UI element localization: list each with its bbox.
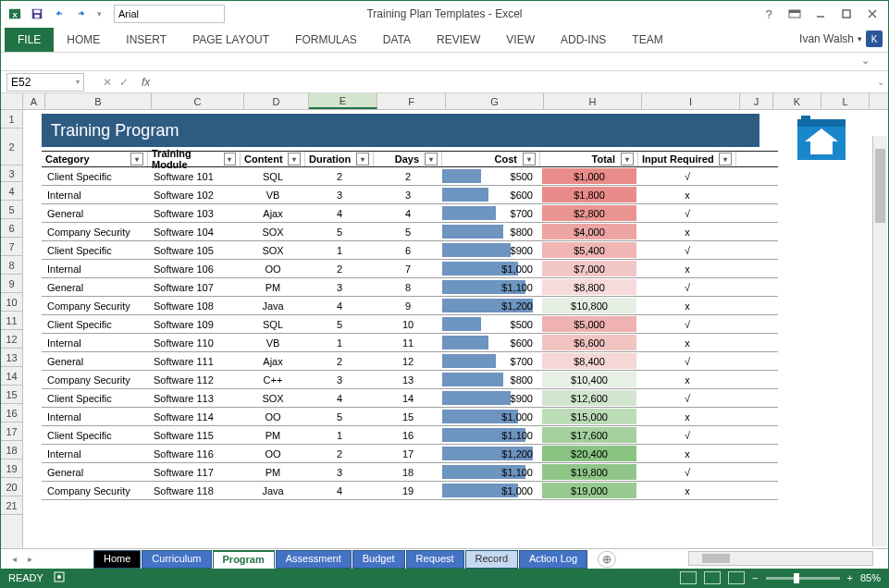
cell[interactable]: √ bbox=[638, 463, 736, 481]
cell[interactable]: 5 bbox=[305, 223, 374, 240]
table-row[interactable]: Client SpecificSoftware 105SOX16$900$5,4… bbox=[42, 241, 778, 260]
cell[interactable]: Software 113 bbox=[148, 389, 241, 407]
enter-formula-icon[interactable]: ✓ bbox=[119, 76, 129, 89]
row-header-15[interactable]: 15 bbox=[1, 386, 22, 404]
cell[interactable]: 9 bbox=[374, 297, 442, 314]
filter-dropdown-training-module[interactable]: ▾ bbox=[224, 153, 236, 165]
home-icon[interactable] bbox=[794, 114, 849, 164]
qat-customize-icon[interactable]: ▾ bbox=[93, 4, 105, 24]
row-header-2[interactable]: 2 bbox=[1, 129, 22, 165]
cells-area[interactable]: Training Program Category▾Training Modul… bbox=[23, 110, 888, 552]
maximize-icon[interactable] bbox=[834, 4, 858, 24]
cell[interactable]: 6 bbox=[374, 241, 442, 259]
cell[interactable]: General bbox=[42, 204, 148, 222]
table-row[interactable]: GeneralSoftware 117PM318$1,100$19,800√ bbox=[42, 463, 778, 482]
table-row[interactable]: GeneralSoftware 103Ajax44$700$2,800√ bbox=[42, 204, 778, 223]
cell[interactable]: 8 bbox=[374, 278, 442, 296]
cell[interactable]: Ajax bbox=[241, 352, 305, 370]
cell[interactable]: $800 bbox=[442, 223, 540, 240]
cell[interactable]: $20,400 bbox=[540, 445, 638, 462]
cell[interactable]: 13 bbox=[374, 371, 442, 388]
cell[interactable]: 19 bbox=[374, 482, 442, 499]
minimize-icon[interactable] bbox=[809, 4, 833, 24]
cell[interactable]: 2 bbox=[305, 352, 374, 370]
vertical-scrollbar[interactable] bbox=[872, 136, 887, 546]
cell[interactable]: √ bbox=[638, 315, 736, 333]
filter-dropdown-content[interactable]: ▾ bbox=[288, 153, 301, 165]
help-icon[interactable]: ? bbox=[757, 4, 781, 24]
close-icon[interactable] bbox=[860, 4, 884, 24]
cell[interactable]: $2,800 bbox=[540, 204, 638, 222]
cell[interactable]: 7 bbox=[374, 260, 442, 277]
cell[interactable]: $1,200 bbox=[442, 297, 540, 314]
normal-view-icon[interactable] bbox=[680, 571, 697, 584]
ribbon-tab-review[interactable]: REVIEW bbox=[424, 28, 493, 52]
cell[interactable]: Software 104 bbox=[148, 223, 241, 240]
table-row[interactable]: Company SecuritySoftware 108Java49$1,200… bbox=[42, 297, 778, 315]
cell[interactable]: $900 bbox=[442, 241, 540, 259]
cell[interactable]: $700 bbox=[442, 204, 540, 222]
column-header-A[interactable]: A bbox=[23, 93, 45, 109]
cell[interactable]: PM bbox=[241, 426, 305, 444]
filter-dropdown-category[interactable]: ▾ bbox=[130, 153, 143, 165]
table-row[interactable]: GeneralSoftware 107PM38$1,100$8,800√ bbox=[42, 278, 778, 297]
cell[interactable]: Java bbox=[241, 297, 305, 314]
cell[interactable]: Client Specific bbox=[42, 315, 148, 333]
cell[interactable]: 10 bbox=[374, 315, 442, 333]
row-header-6[interactable]: 6 bbox=[1, 219, 22, 238]
cancel-formula-icon[interactable]: ✕ bbox=[103, 76, 112, 89]
cell[interactable]: SQL bbox=[241, 315, 305, 333]
column-header-E[interactable]: E bbox=[309, 93, 377, 109]
row-header-8[interactable]: 8 bbox=[1, 256, 22, 275]
cell[interactable]: SQL bbox=[241, 167, 305, 185]
table-row[interactable]: InternalSoftware 102VB33$600$1,800x bbox=[42, 186, 778, 204]
column-header-K[interactable]: K bbox=[773, 93, 821, 109]
cell[interactable]: $1,100 bbox=[442, 426, 540, 444]
sheet-tab-curriculum[interactable]: Curriculum bbox=[142, 550, 211, 569]
ribbon-tab-insert[interactable]: INSERT bbox=[113, 28, 179, 52]
ribbon-tab-team[interactable]: TEAM bbox=[619, 28, 675, 52]
column-header-C[interactable]: C bbox=[152, 93, 244, 109]
cell[interactable]: Software 108 bbox=[148, 297, 241, 314]
filter-dropdown-cost[interactable]: ▾ bbox=[523, 153, 536, 165]
cell[interactable]: Software 107 bbox=[148, 278, 241, 296]
cell[interactable]: 14 bbox=[374, 389, 442, 407]
column-header-H[interactable]: H bbox=[544, 93, 642, 109]
ribbon-tab-data[interactable]: DATA bbox=[370, 28, 424, 52]
cell[interactable]: Software 118 bbox=[148, 482, 241, 499]
cell[interactable]: Software 115 bbox=[148, 426, 241, 444]
cell[interactable]: $1,100 bbox=[442, 463, 540, 481]
table-row[interactable]: Client SpecificSoftware 101SQL22$500$1,0… bbox=[42, 167, 778, 186]
cell[interactable]: $5,000 bbox=[540, 315, 638, 333]
sheet-tab-action-log[interactable]: Action Log bbox=[519, 550, 587, 569]
cell[interactable]: $19,000 bbox=[540, 482, 638, 499]
cell[interactable]: $1,000 bbox=[442, 482, 540, 499]
cell[interactable]: 17 bbox=[374, 445, 442, 462]
ribbon-display-icon[interactable] bbox=[783, 4, 807, 24]
cell[interactable]: $7,000 bbox=[540, 260, 638, 277]
cell[interactable]: 2 bbox=[305, 260, 374, 277]
column-header-D[interactable]: D bbox=[244, 93, 309, 109]
macro-record-icon[interactable] bbox=[53, 570, 66, 585]
cell[interactable]: $1,000 bbox=[540, 167, 638, 185]
table-row[interactable]: InternalSoftware 114OO515$1,000$15,000x bbox=[42, 408, 778, 426]
cell[interactable]: x bbox=[638, 186, 736, 203]
column-header-G[interactable]: G bbox=[446, 93, 544, 109]
row-header-18[interactable]: 18 bbox=[1, 441, 22, 459]
sheet-tab-record[interactable]: Record bbox=[465, 550, 518, 569]
cell[interactable]: C++ bbox=[241, 371, 305, 388]
cell[interactable]: x bbox=[638, 371, 736, 388]
sheet-tab-request[interactable]: Request bbox=[406, 550, 464, 569]
cell[interactable]: x bbox=[638, 260, 736, 277]
cell[interactable]: General bbox=[42, 278, 148, 296]
zoom-level[interactable]: 85% bbox=[860, 572, 881, 583]
cell[interactable]: 5 bbox=[374, 223, 442, 240]
cell[interactable]: Company Security bbox=[42, 297, 148, 314]
cell[interactable]: Software 103 bbox=[148, 204, 241, 222]
cell[interactable]: x bbox=[638, 482, 736, 499]
cell[interactable]: $8,800 bbox=[540, 278, 638, 296]
cell[interactable]: PM bbox=[241, 278, 305, 296]
ribbon-tab-add-ins[interactable]: ADD-INS bbox=[548, 28, 619, 52]
cell[interactable]: 11 bbox=[374, 334, 442, 351]
cell[interactable]: Software 101 bbox=[148, 167, 241, 185]
